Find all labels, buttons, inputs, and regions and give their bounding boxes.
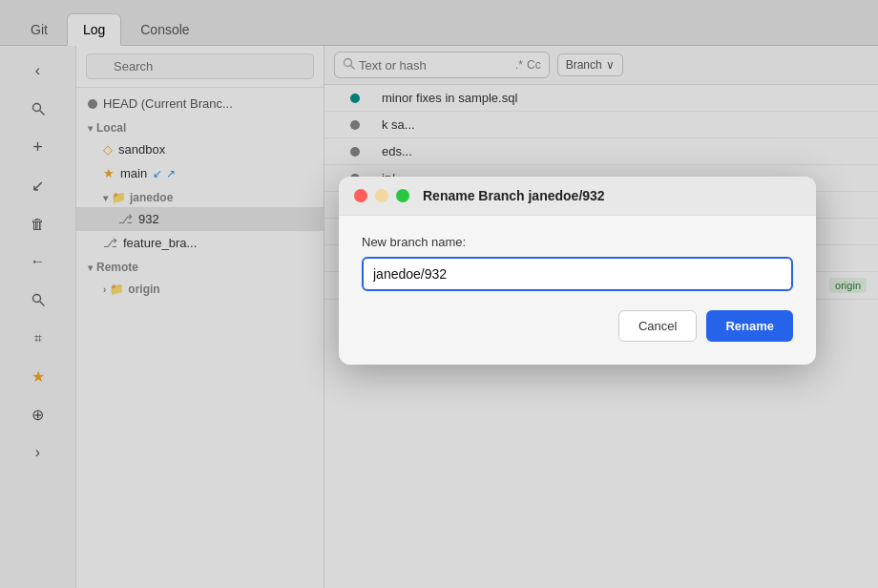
- close-button[interactable]: [354, 189, 367, 202]
- dialog-title: Rename Branch janedoe/932: [423, 188, 605, 203]
- rename-dialog: Rename Branch janedoe/932 New branch nam…: [339, 177, 816, 365]
- dialog-label: New branch name:: [362, 235, 793, 249]
- dialog-actions: Cancel Rename: [362, 310, 793, 342]
- minimize-button[interactable]: [375, 189, 388, 202]
- dialog-body: New branch name: Cancel Rename: [339, 216, 816, 365]
- dialog-overlay: Rename Branch janedoe/932 New branch nam…: [0, 0, 878, 588]
- dialog-titlebar: Rename Branch janedoe/932: [339, 177, 816, 216]
- cancel-button[interactable]: Cancel: [618, 310, 697, 342]
- app-window: Git Log Console ‹ + ↙ 🗑 ←: [0, 0, 878, 588]
- maximize-button[interactable]: [396, 189, 409, 202]
- branch-name-input[interactable]: [362, 257, 793, 291]
- rename-button[interactable]: Rename: [706, 310, 793, 342]
